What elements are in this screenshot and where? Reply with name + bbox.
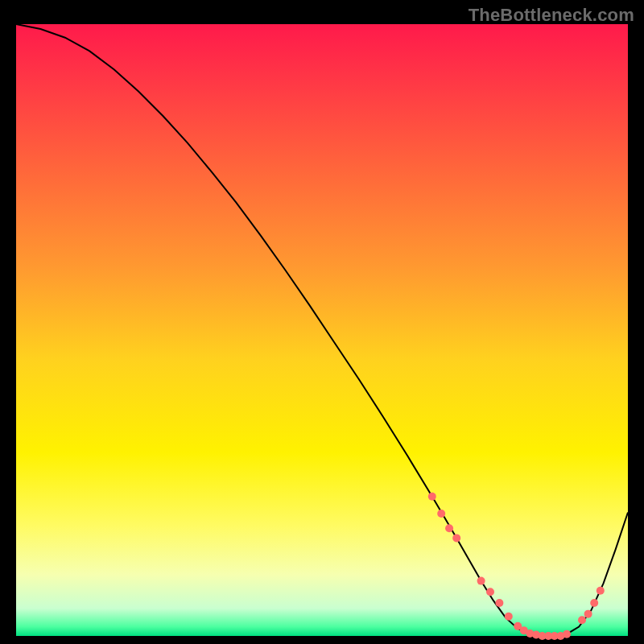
bottleneck-curve bbox=[16, 24, 628, 636]
highlight-dot bbox=[590, 599, 598, 607]
plot-area bbox=[16, 24, 628, 636]
highlight-dots bbox=[428, 493, 605, 640]
highlight-dot bbox=[486, 588, 494, 596]
highlight-dot bbox=[563, 630, 571, 638]
highlight-dot bbox=[495, 599, 503, 607]
highlight-dot bbox=[445, 524, 453, 532]
highlight-dot bbox=[428, 493, 436, 501]
highlight-dot bbox=[452, 534, 460, 542]
highlight-dot bbox=[597, 587, 605, 595]
curve-layer bbox=[16, 24, 628, 636]
highlight-dot bbox=[477, 577, 485, 585]
chart-frame: TheBottleneck.com bbox=[0, 0, 644, 644]
highlight-dot bbox=[437, 510, 445, 518]
highlight-dot bbox=[584, 610, 592, 618]
highlight-dot bbox=[578, 616, 586, 624]
highlight-dot bbox=[505, 613, 513, 621]
watermark-label: TheBottleneck.com bbox=[469, 5, 634, 26]
